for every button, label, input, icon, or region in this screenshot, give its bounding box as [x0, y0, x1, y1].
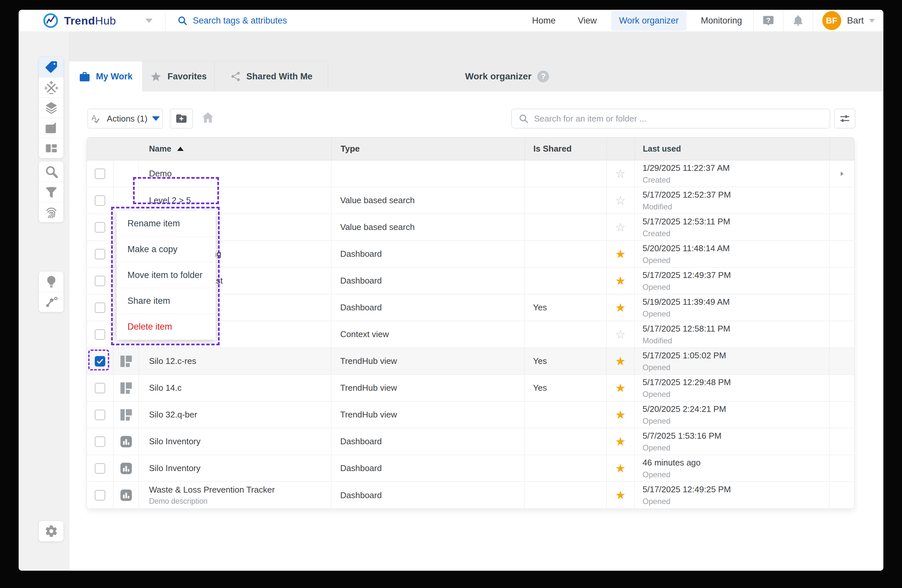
actions-dropdown-button[interactable]: A Actions (1): [88, 109, 163, 128]
name-cell[interactable]: Silo 14.c: [139, 375, 331, 401]
expand-cell: [830, 267, 854, 294]
layers-icon: [44, 101, 58, 115]
row-checkbox[interactable]: [95, 490, 105, 500]
row-checkbox[interactable]: [95, 195, 105, 206]
column-header-favorite[interactable]: [606, 138, 635, 160]
user-menu-caret-icon[interactable]: [869, 19, 875, 22]
sidebar-button-lightbulb-icon[interactable]: [39, 272, 63, 292]
favorite-star-icon[interactable]: ★: [615, 355, 625, 367]
trendhub-view-icon: [119, 408, 133, 422]
menu-item-rename-item[interactable]: Rename item: [117, 211, 216, 236]
favorite-star-icon[interactable]: ★: [615, 382, 625, 394]
favorite-star-icon[interactable]: ★: [615, 302, 625, 314]
tag-search-button[interactable]: Search tags & attributes: [177, 16, 287, 26]
menu-item-share-item[interactable]: Share item: [117, 288, 216, 314]
avatar[interactable]: BF: [822, 11, 841, 30]
item-search-field[interactable]: [512, 109, 830, 128]
favorite-star-icon[interactable]: ☆: [615, 168, 625, 180]
help-icon[interactable]: ?: [762, 14, 775, 27]
row-checkbox[interactable]: [95, 329, 105, 340]
menu-item-delete-item[interactable]: Delete item: [117, 314, 216, 340]
name-cell[interactable]: Silo Inventory: [139, 428, 331, 455]
row-checkbox[interactable]: [95, 169, 105, 179]
favorite-star-icon[interactable]: ★: [615, 275, 625, 287]
new-folder-button[interactable]: [170, 109, 193, 128]
item-name: Demo: [149, 169, 172, 179]
divider: [783, 10, 783, 31]
is-shared-cell: [525, 402, 606, 428]
sidebar-button-filter-funnel-icon[interactable]: [39, 181, 63, 202]
row-checkbox[interactable]: [95, 383, 105, 393]
table-row[interactable]: Silo 14.cTrendHub viewYes★5/17/2025 12:2…: [87, 375, 854, 402]
menu-item-move-item-to-folder[interactable]: Move item to folder: [117, 262, 216, 288]
nav-item-monitoring[interactable]: Monitoring: [693, 11, 750, 31]
favorite-star-icon[interactable]: ★: [615, 489, 625, 501]
nav-item-work-organizer[interactable]: Work organizer: [611, 11, 687, 31]
row-checkbox[interactable]: [95, 410, 105, 420]
expand-chevron-icon[interactable]: [838, 170, 846, 178]
tab-label: Shared With Me: [246, 72, 312, 82]
name-cell[interactable]: Silo 32.q-ber: [139, 402, 331, 428]
table-row[interactable]: Silo InventoryDashboard★46 minutes agoOp…: [87, 455, 854, 482]
favorite-star-icon[interactable]: ☆: [615, 328, 625, 340]
app-logo[interactable]: TrendHub: [42, 13, 116, 29]
sidebar-button-layers-icon[interactable]: [39, 97, 63, 117]
checkbox-cell: [87, 482, 113, 508]
sidebar-button-fingerprint-icon[interactable]: [39, 202, 63, 222]
favorite-star-icon[interactable]: ☆: [615, 195, 625, 206]
sidebar-button-tag-icon[interactable]: [39, 57, 63, 77]
table-row[interactable]: Silo InventoryDashboard★5/7/2025 1:53:16…: [87, 428, 854, 455]
column-header-is-shared[interactable]: Is Shared: [525, 138, 606, 160]
favorite-star-icon[interactable]: ☆: [615, 222, 625, 233]
nav-item-view[interactable]: View: [570, 11, 604, 31]
column-header-last-used[interactable]: Last used: [635, 138, 830, 160]
row-checkbox[interactable]: [95, 356, 105, 366]
workspace-caret-icon[interactable]: [146, 19, 153, 23]
item-name: Waste & Loss Prevention Tracker: [149, 485, 275, 495]
name-cell[interactable]: Silo Inventory: [139, 455, 331, 482]
sliders-icon: [839, 113, 851, 125]
sidebar-button-search-icon[interactable]: [39, 161, 63, 181]
table-row[interactable]: Waste & Loss Prevention TrackerDemo desc…: [87, 482, 854, 508]
home-icon[interactable]: [200, 110, 215, 125]
sidebar-button-calculations-icon[interactable]: [39, 77, 63, 97]
favorite-star-icon[interactable]: ★: [615, 463, 625, 474]
name-cell[interactable]: Silo 12.c-res: [139, 348, 331, 374]
row-checkbox[interactable]: [95, 436, 105, 447]
row-checkbox[interactable]: [95, 276, 105, 286]
name-cell[interactable]: Waste & Loss Prevention TrackerDemo desc…: [139, 482, 331, 508]
favorite-cell: ☆: [606, 321, 635, 347]
checkbox-cell: [87, 267, 113, 294]
nav-item-home[interactable]: Home: [524, 11, 564, 31]
tab-shared-with-me[interactable]: Shared With Me: [215, 61, 328, 91]
last-used-cell: 5/17/2025 12:29:48 PMOpened: [635, 375, 830, 401]
sidebar-button-settings-gear-icon[interactable]: [39, 521, 63, 541]
tab-my-work[interactable]: My Work: [69, 61, 142, 91]
advanced-filter-button[interactable]: [835, 109, 855, 128]
column-header-name[interactable]: Name: [139, 138, 331, 160]
row-checkbox[interactable]: [95, 302, 105, 313]
table-row[interactable]: Silo 12.c-resTrendHub viewYes★5/17/2025 …: [87, 348, 854, 375]
sidebar-group: [39, 161, 64, 222]
name-cell[interactable]: Level 2 > 5: [139, 187, 331, 214]
favorite-star-icon[interactable]: ★: [615, 409, 625, 421]
bell-icon[interactable]: [792, 14, 804, 27]
item-search-input[interactable]: [534, 114, 823, 124]
favorite-star-icon[interactable]: ★: [615, 436, 625, 447]
column-header-type[interactable]: Type: [331, 138, 525, 160]
sidebar-button-dashboard-layout-icon[interactable]: [39, 138, 63, 158]
table-row[interactable]: Demo☆1/29/2025 11:22:37 AMCreated: [87, 160, 854, 187]
name-cell[interactable]: Demo: [139, 160, 331, 187]
table-row[interactable]: Silo 32.q-berTrendHub view★5/20/2025 2:2…: [87, 402, 854, 428]
actions-label: Actions (1): [107, 114, 147, 124]
tab-favorites[interactable]: Favorites: [142, 61, 215, 91]
menu-item-make-a-copy[interactable]: Make a copy: [117, 236, 216, 262]
last-used-cell: 5/17/2025 12:58:11 PMModified: [635, 321, 830, 347]
title-help-icon[interactable]: ?: [537, 70, 549, 82]
sidebar-button-nodes-icon[interactable]: [39, 292, 63, 312]
row-checkbox[interactable]: [95, 463, 105, 474]
sidebar-button-comment-icon[interactable]: [39, 117, 63, 138]
row-checkbox[interactable]: [95, 222, 105, 233]
favorite-star-icon[interactable]: ★: [615, 248, 625, 260]
row-checkbox[interactable]: [95, 249, 105, 260]
